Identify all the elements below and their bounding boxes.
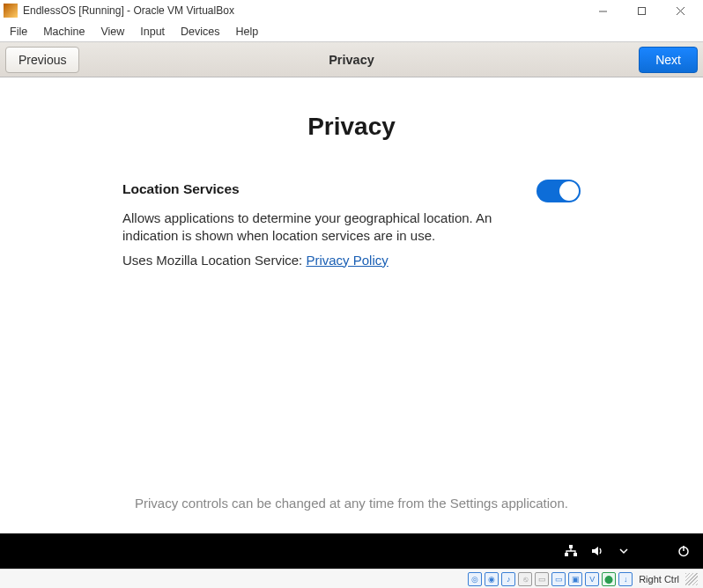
setting-sub-prefix: Uses Mozilla Location Service:	[122, 253, 306, 268]
toggle-knob	[559, 181, 579, 201]
vb-cpu-icon[interactable]: V	[585, 572, 599, 586]
network-icon[interactable]	[564, 544, 578, 558]
maximize-button[interactable]	[622, 1, 661, 20]
svg-rect-5	[565, 553, 568, 556]
vb-usb-icon[interactable]: ⎋	[518, 572, 532, 586]
volume-icon[interactable]	[590, 544, 604, 558]
svg-rect-6	[574, 553, 577, 556]
window-titlebar: EndlessOS [Running] - Oracle VM VirtualB…	[0, 0, 703, 21]
headerbar: Previous Privacy Next	[0, 42, 703, 77]
vb-optical-icon[interactable]: ◉	[485, 572, 499, 586]
svg-rect-1	[638, 7, 645, 14]
chevron-down-icon[interactable]	[617, 544, 631, 558]
menu-machine[interactable]: Machine	[35, 26, 92, 38]
close-icon	[676, 6, 685, 16]
location-services-toggle[interactable]	[536, 180, 581, 202]
footer-hint: Privacy controls can be changed at any t…	[0, 496, 703, 511]
privacy-policy-link[interactable]: Privacy Policy	[306, 253, 388, 268]
next-button[interactable]: Next	[639, 47, 698, 73]
resize-grip-icon[interactable]	[685, 573, 698, 585]
window-title: EndlessOS [Running] - Oracle VM VirtualB…	[23, 4, 234, 17]
vb-recording-icon[interactable]: ▣	[568, 572, 582, 586]
location-services-block: Location Services Allows applications to…	[122, 181, 581, 268]
page-heading: Privacy	[0, 113, 703, 141]
vb-shared-folder-icon[interactable]: ▭	[535, 572, 549, 586]
menubar: File Machine View Input Devices Help	[0, 21, 703, 42]
gnome-panel	[0, 533, 703, 569]
menu-view[interactable]: View	[92, 26, 132, 38]
setting-subtext: Uses Mozilla Location Service: Privacy P…	[122, 253, 581, 268]
vb-audio-icon[interactable]: ♪	[501, 572, 515, 586]
menu-help[interactable]: Help	[228, 26, 267, 38]
headerbar-title: Privacy	[0, 53, 703, 67]
maximize-icon	[637, 6, 647, 16]
close-button[interactable]	[661, 1, 699, 20]
app-icon	[4, 4, 18, 18]
virtualbox-statusbar: ◎ ◉ ♪ ⎋ ▭ ▭ ▣ V ⬤ ↓ Right Ctrl	[0, 569, 703, 588]
menu-input[interactable]: Input	[132, 26, 173, 38]
window-controls	[583, 1, 699, 20]
menu-devices[interactable]: Devices	[173, 26, 227, 38]
vb-hdd-icon[interactable]: ◎	[468, 572, 482, 586]
menu-file[interactable]: File	[2, 26, 35, 38]
power-icon[interactable]	[677, 544, 691, 558]
hostkey-label: Right Ctrl	[639, 574, 679, 584]
setting-description: Allows applications to determine your ge…	[122, 209, 519, 246]
svg-rect-4	[569, 545, 573, 548]
minimize-button[interactable]	[583, 1, 622, 20]
main-content: Privacy Location Services Allows applica…	[0, 77, 703, 533]
vb-display-icon[interactable]: ▭	[551, 572, 566, 586]
setting-title: Location Services	[122, 181, 581, 197]
vb-network-icon[interactable]: ⬤	[602, 572, 616, 586]
minimize-icon	[598, 6, 608, 16]
previous-button[interactable]: Previous	[5, 47, 79, 73]
vb-mouse-icon[interactable]: ↓	[618, 572, 633, 586]
